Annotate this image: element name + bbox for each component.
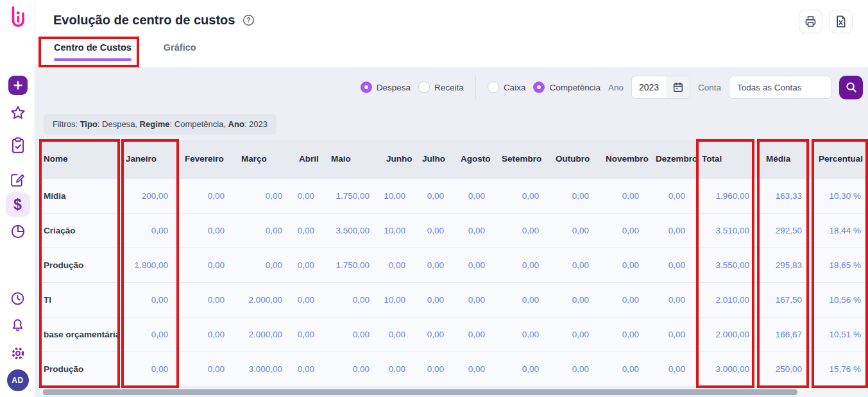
search-icon bbox=[845, 81, 858, 94]
cell-month-value: 0,00 bbox=[549, 351, 599, 386]
tab-centro-de-custos[interactable]: Centro de Custos bbox=[54, 42, 132, 61]
cell-month-value: 0,00 bbox=[380, 351, 416, 386]
year-label: Ano bbox=[608, 83, 624, 92]
cell-month-value: 0,00 bbox=[380, 317, 416, 351]
cell-percentual: 10,51 % bbox=[812, 317, 868, 351]
column-header-maio: Maio bbox=[325, 140, 380, 178]
radio-unselected-icon bbox=[418, 81, 430, 93]
row-name: Produção bbox=[40, 351, 119, 386]
row-name: Criação bbox=[40, 213, 119, 248]
sidebar-item-history[interactable] bbox=[0, 291, 35, 307]
calendar-button[interactable] bbox=[667, 76, 690, 98]
tab-bar: Centro de Custos Gráfico bbox=[54, 42, 196, 61]
filter-summary-text: Filtros: Tipo: Despesa, Regime: Competên… bbox=[53, 119, 268, 129]
sidebar-item-notifications[interactable] bbox=[0, 316, 35, 333]
horizontal-scrollbar-thumb[interactable] bbox=[43, 389, 797, 395]
cell-month-value: 0,00 bbox=[495, 351, 549, 386]
clock-icon bbox=[10, 291, 26, 307]
radio-selected-icon bbox=[533, 81, 545, 93]
row-name: TI bbox=[40, 282, 119, 317]
cell-total: 3.550,00 bbox=[695, 248, 760, 282]
cell-month-value: 0,00 bbox=[119, 282, 178, 317]
search-button[interactable] bbox=[839, 76, 863, 99]
horizontal-scrollbar-track[interactable] bbox=[40, 388, 868, 396]
account-input[interactable] bbox=[729, 76, 831, 99]
sidebar-item-notes[interactable] bbox=[0, 171, 35, 189]
column-header-marco: Março bbox=[235, 140, 293, 178]
plus-icon bbox=[8, 76, 28, 95]
cell-media: 250,00 bbox=[760, 351, 812, 386]
dollar-icon: $ bbox=[6, 192, 30, 217]
cell-month-value: 200,00 bbox=[119, 178, 178, 213]
radio-receita[interactable]: Receita bbox=[418, 81, 464, 93]
cell-month-value: 0,00 bbox=[649, 178, 695, 213]
cell-media: 163,33 bbox=[760, 178, 812, 213]
table-header-row: NomeJaneiroFevereiroMarçoAbrilMaioJunhoJ… bbox=[40, 140, 868, 178]
cell-month-value: 0,00 bbox=[649, 317, 695, 351]
radio-caixa[interactable]: Caixa bbox=[488, 81, 526, 93]
cell-month-value: 0,00 bbox=[325, 351, 380, 386]
user-avatar[interactable]: AD bbox=[0, 369, 35, 391]
cell-month-value: 1.750,00 bbox=[325, 248, 380, 282]
table-row: Produção1.800,000,000,000,001.750,000,00… bbox=[40, 248, 868, 282]
cell-month-value: 0,00 bbox=[416, 282, 454, 317]
column-header-janeiro: Janeiro bbox=[119, 140, 178, 178]
print-button[interactable] bbox=[799, 10, 822, 33]
row-name: base orçamentária bbox=[40, 317, 119, 351]
cell-month-value: 0,00 bbox=[178, 178, 235, 213]
table-row: Produção0,000,003.000,000,000,000,000,00… bbox=[40, 351, 868, 386]
cell-month-value: 0,00 bbox=[178, 317, 235, 351]
radio-receita-label: Receita bbox=[434, 83, 464, 92]
cell-month-value: 0,00 bbox=[293, 282, 325, 317]
cell-month-value: 3.500,00 bbox=[325, 213, 380, 248]
cell-month-value: 0,00 bbox=[599, 351, 649, 386]
cell-total: 3.510,00 bbox=[695, 213, 760, 248]
cell-percentual: 15,76 % bbox=[812, 351, 868, 386]
cell-month-value: 0,00 bbox=[454, 248, 495, 282]
sidebar-item-settings[interactable] bbox=[0, 345, 35, 362]
radio-competencia[interactable]: Competência bbox=[533, 81, 600, 93]
cell-month-value: 0,00 bbox=[416, 317, 454, 351]
tab-grafico[interactable]: Gráfico bbox=[164, 42, 196, 61]
cell-month-value: 0,00 bbox=[178, 282, 235, 317]
page-header: Evolução de centro de custos ? bbox=[53, 13, 255, 28]
clipboard-check-icon bbox=[10, 137, 26, 155]
sidebar-item-tasks[interactable] bbox=[0, 137, 35, 155]
sidebar-item-add[interactable] bbox=[0, 76, 35, 95]
help-circle-icon[interactable]: ? bbox=[243, 14, 255, 26]
cell-month-value: 0,00 bbox=[649, 213, 695, 248]
sidebar-item-favorites[interactable] bbox=[0, 105, 35, 121]
sidebar-item-finance-active[interactable]: $ bbox=[0, 192, 35, 217]
sidebar-item-reports[interactable] bbox=[0, 223, 35, 240]
cell-month-value: 0,00 bbox=[454, 282, 495, 317]
cell-month-value: 0,00 bbox=[293, 317, 325, 351]
cell-month-value: 0,00 bbox=[495, 248, 549, 282]
export-excel-button[interactable] bbox=[829, 10, 853, 33]
cell-month-value: 0,00 bbox=[649, 248, 695, 282]
radio-unselected-icon bbox=[488, 81, 499, 93]
avatar-initials: AD bbox=[7, 369, 29, 391]
star-icon bbox=[10, 105, 26, 121]
page-title: Evolução de centro de custos bbox=[53, 13, 235, 28]
column-header-setembro: Setembro bbox=[495, 140, 549, 178]
account-label: Conta bbox=[698, 83, 721, 92]
cell-month-value: 0,00 bbox=[495, 282, 549, 317]
cell-month-value: 0,00 bbox=[119, 213, 178, 248]
cell-percentual: 10,56 % bbox=[812, 282, 868, 317]
cell-month-value: 0,00 bbox=[549, 248, 599, 282]
table-row: Criação0,000,000,000,003.500,0010,000,00… bbox=[40, 213, 868, 248]
column-header-percentual: Percentual bbox=[812, 140, 868, 178]
table-row: Mídia200,000,000,000,001.750,0010,000,00… bbox=[40, 178, 868, 213]
cell-total: 2.000,00 bbox=[695, 317, 760, 351]
cell-month-value: 1.800,00 bbox=[119, 248, 178, 282]
year-input[interactable] bbox=[632, 76, 667, 98]
column-header-abril: Abril bbox=[293, 140, 325, 178]
cell-month-value: 2.000,00 bbox=[235, 282, 293, 317]
cell-month-value: 10,00 bbox=[380, 282, 416, 317]
cell-month-value: 0,00 bbox=[178, 248, 235, 282]
cost-center-table: NomeJaneiroFevereiroMarçoAbrilMaioJunhoJ… bbox=[40, 140, 868, 386]
radio-despesa[interactable]: Despesa bbox=[361, 81, 411, 93]
vertical-divider bbox=[475, 75, 476, 99]
column-header-total: Total bbox=[695, 140, 760, 178]
cell-month-value: 0,00 bbox=[599, 317, 649, 351]
